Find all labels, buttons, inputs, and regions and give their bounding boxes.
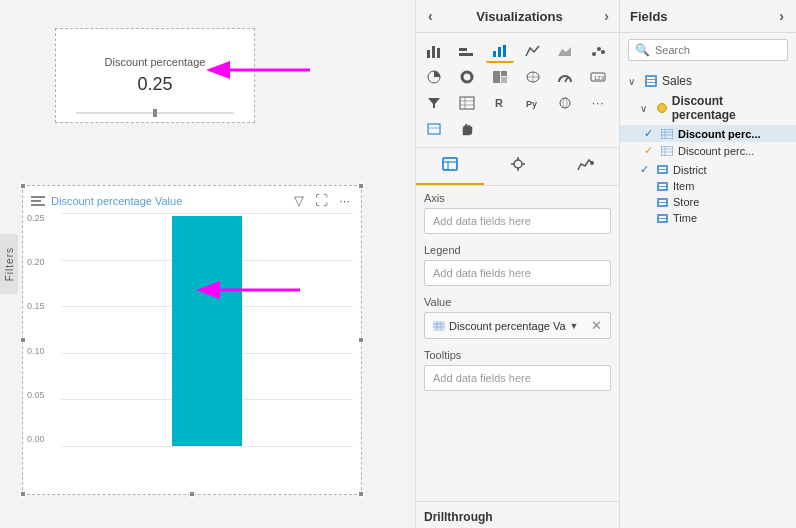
viz-icon-area[interactable]: [551, 39, 579, 63]
field-subgroup-discount-header[interactable]: ∨ Discount percentage: [620, 91, 796, 125]
fields-title: Fields: [630, 9, 668, 24]
right-panel: ‹ Visualizations ›: [415, 0, 796, 528]
viz-icon-scatter[interactable]: [584, 39, 612, 63]
resize-handle-tl[interactable]: [20, 183, 26, 189]
field-item-time-name: Time: [673, 212, 697, 224]
value-drop-zone[interactable]: Discount percentage Va ▼ ✕: [424, 312, 611, 339]
viz-icon-table[interactable]: [453, 91, 481, 115]
y-label-1: 0.25: [27, 213, 45, 223]
viz-icon-py[interactable]: Py: [519, 91, 547, 115]
viz-icon-globe[interactable]: [551, 91, 579, 115]
grid-line-6: [61, 446, 353, 447]
chart-more-icon[interactable]: ···: [336, 192, 353, 209]
field-subgroup-discount: ∨ Discount percentage ✓ Discount perc...…: [620, 91, 796, 159]
viz-icon-treemap[interactable]: [486, 65, 514, 89]
fields-search-box[interactable]: 🔍: [628, 39, 788, 61]
resize-handle-br[interactable]: [358, 491, 364, 497]
table-icon-time: [657, 214, 668, 223]
tooltips-section: Tooltips Add data fields here: [424, 349, 611, 391]
svg-rect-4: [427, 50, 430, 58]
svg-point-35: [563, 98, 567, 108]
svg-rect-8: [459, 53, 473, 56]
chart-menu-icon[interactable]: [31, 196, 45, 206]
field-group-sales-name: Sales: [662, 74, 692, 88]
svg-marker-27: [428, 98, 440, 108]
svg-marker-12: [558, 47, 571, 56]
canvas-area: Filters Discount percentage 0.25 Discoun…: [0, 0, 415, 528]
viz-collapse-btn[interactable]: ‹: [426, 8, 435, 24]
field-group-sales-header[interactable]: ∨ Sales: [620, 71, 796, 91]
viz-sub-tab-analytics[interactable]: [551, 148, 619, 185]
value-remove-btn[interactable]: ✕: [591, 318, 602, 333]
viz-icon-gauge[interactable]: [551, 65, 579, 89]
viz-icon-donut[interactable]: [453, 65, 481, 89]
viz-panel-title: Visualizations: [476, 9, 562, 24]
viz-icon-filter[interactable]: [420, 91, 448, 115]
viz-icon-map[interactable]: [519, 65, 547, 89]
svg-text:R: R: [495, 97, 503, 109]
legend-section: Legend Add data fields here: [424, 244, 611, 286]
viz-expand-btn[interactable]: ›: [604, 8, 609, 24]
viz-sub-tab-fields[interactable]: [416, 148, 484, 185]
field-item-discount-1[interactable]: ✓ Discount perc...: [620, 125, 796, 142]
viz-icon-bar[interactable]: [420, 39, 448, 63]
field-item-discount-1-name: Discount perc...: [678, 128, 761, 140]
resize-handle-bm[interactable]: [189, 491, 195, 497]
chevron-down-icon: ∨: [628, 76, 640, 87]
field-item-discount-2[interactable]: ✓ Discount perc...: [620, 142, 796, 159]
tooltips-placeholder: Add data fields here: [433, 372, 531, 384]
svg-rect-28: [460, 97, 474, 109]
fields-search-input[interactable]: [655, 44, 793, 56]
filter-tab[interactable]: Filters: [0, 234, 18, 294]
fields-list: ∨ Sales ∨ Discount percentage ✓: [620, 67, 796, 528]
viz-panel-header: ‹ Visualizations ›: [416, 0, 619, 33]
svg-point-14: [597, 47, 601, 51]
bar-1[interactable]: [172, 216, 242, 446]
viz-sub-tab-format[interactable]: [484, 148, 552, 185]
resize-handle-bl[interactable]: [20, 491, 26, 497]
field-item-item[interactable]: Item: [620, 178, 796, 194]
svg-point-17: [462, 72, 472, 82]
checkmark-district: ✓: [640, 163, 652, 176]
viz-icon-r[interactable]: R: [486, 91, 514, 115]
table-icon-discount-1: [661, 129, 673, 139]
viz-icon-column[interactable]: [453, 39, 481, 63]
y-label-4: 0.10: [27, 346, 45, 356]
svg-rect-18: [493, 71, 500, 83]
y-axis-labels: 0.25 0.20 0.15 0.10 0.05 0.00: [27, 211, 45, 446]
viz-icon-bar-active[interactable]: [486, 39, 514, 63]
field-item-time[interactable]: Time: [620, 210, 796, 226]
discount-group-name: Discount percentage: [672, 94, 788, 122]
resize-handle-tr[interactable]: [358, 183, 364, 189]
chevron-down-icon: ▼: [570, 321, 579, 331]
viz-icon-more[interactable]: ···: [584, 91, 612, 115]
axis-drop-zone[interactable]: Add data fields here: [424, 208, 611, 234]
svg-rect-38: [443, 158, 457, 170]
svg-rect-19: [501, 71, 507, 76]
tooltips-drop-zone[interactable]: Add data fields here: [424, 365, 611, 391]
viz-icon-pie[interactable]: [420, 65, 448, 89]
svg-rect-11: [503, 45, 506, 57]
chart-title: Discount percentage Value: [51, 195, 182, 207]
viz-sub-tabs: [416, 148, 619, 186]
svg-rect-36: [428, 124, 440, 134]
viz-icon-card[interactable]: 123: [584, 65, 612, 89]
legend-drop-zone[interactable]: Add data fields here: [424, 260, 611, 286]
viz-icon-line[interactable]: [519, 39, 547, 63]
field-item-district[interactable]: ✓ District: [620, 161, 796, 178]
filter-tab-label: Filters: [4, 247, 15, 281]
chart-filter-icon[interactable]: ▽: [291, 192, 307, 209]
table-icon-item: [657, 182, 668, 191]
field-item-store[interactable]: Store: [620, 194, 796, 210]
card-top-value: 0.25: [137, 74, 172, 95]
chart-focus-icon[interactable]: ⛶: [312, 192, 331, 209]
value-tag-text: Discount percentage Va: [449, 320, 566, 332]
chevron-down-icon-discount: ∨: [640, 103, 652, 114]
svg-rect-9: [493, 51, 496, 57]
fields-expand-btn[interactable]: ›: [777, 8, 786, 24]
viz-icon-slicer[interactable]: [420, 117, 448, 141]
drillthrough-label: Drillthrough: [416, 501, 619, 528]
viz-icon-hand[interactable]: [453, 117, 481, 141]
svg-line-24: [565, 77, 568, 82]
tooltips-label: Tooltips: [424, 349, 611, 361]
